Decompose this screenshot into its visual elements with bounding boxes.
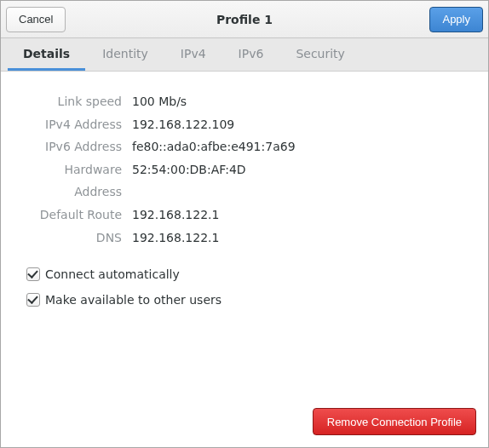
make-available-checkbox[interactable]: Make available to other users: [21, 293, 468, 307]
tab-identity[interactable]: Identity: [87, 38, 164, 71]
dialog-window: Cancel Profile 1 Apply Details Identity …: [0, 0, 489, 448]
headerbar: Cancel Profile 1 Apply: [1, 1, 488, 38]
ipv4-address-label: IPv4 Address: [21, 113, 132, 136]
default-route-label: Default Route: [21, 204, 132, 227]
connect-automatically-label: Connect automatically: [45, 267, 180, 281]
ipv6-address-value: fe80::ada0:afbe:e491:7a69: [132, 135, 296, 158]
link-speed-label: Link speed: [21, 90, 132, 113]
remove-connection-button[interactable]: Remove Connection Profile: [313, 408, 476, 435]
link-speed-value: 100 Mb/s: [132, 90, 187, 113]
footer: Remove Connection Profile: [1, 399, 488, 447]
hardware-address-label: Hardware Address: [21, 158, 132, 204]
checkmark-icon: [26, 293, 40, 307]
connect-automatically-checkbox[interactable]: Connect automatically: [21, 267, 468, 281]
dns-value: 192.168.122.1: [132, 227, 219, 250]
dialog-title: Profile 1: [1, 13, 488, 26]
tab-ipv6[interactable]: IPv6: [223, 38, 279, 71]
dns-label: DNS: [21, 227, 132, 250]
tab-details[interactable]: Details: [8, 38, 85, 71]
cancel-button[interactable]: Cancel: [6, 7, 66, 32]
tabbar: Details Identity IPv4 IPv6 Security: [1, 38, 488, 72]
apply-button[interactable]: Apply: [429, 7, 483, 32]
ipv6-address-label: IPv6 Address: [21, 135, 132, 158]
details-grid: Link speed 100 Mb/s IPv4 Address 192.168…: [21, 90, 468, 249]
default-route-value: 192.168.122.1: [132, 204, 219, 227]
hardware-address-value: 52:54:00:DB:AF:4D: [132, 158, 246, 204]
make-available-label: Make available to other users: [45, 293, 221, 307]
tab-ipv4[interactable]: IPv4: [165, 38, 221, 71]
checkmark-icon: [26, 267, 40, 281]
ipv4-address-value: 192.168.122.109: [132, 113, 234, 136]
content-area: Link speed 100 Mb/s IPv4 Address 192.168…: [1, 72, 488, 399]
tab-security[interactable]: Security: [280, 38, 360, 71]
